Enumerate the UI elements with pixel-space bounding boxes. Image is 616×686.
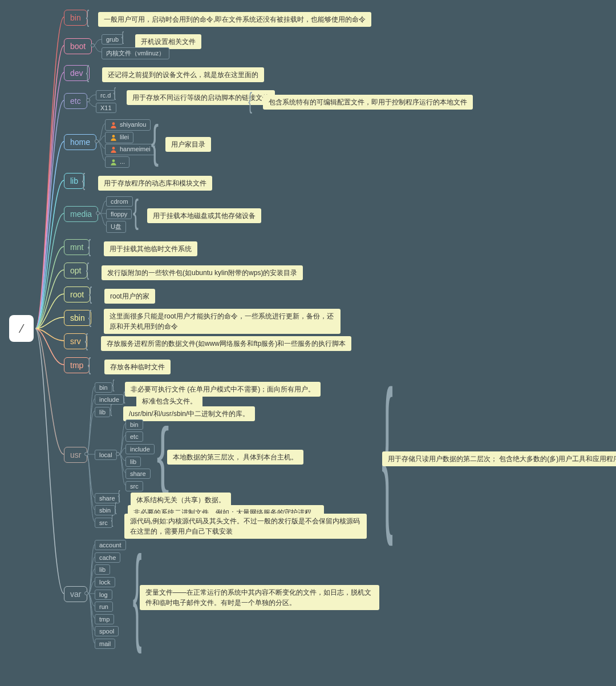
sub-var-spool[interactable]: spool <box>95 626 119 636</box>
desc-mnt: 用于挂载其他临时文件系统 <box>104 241 197 256</box>
brace-icon: { <box>112 377 115 392</box>
brace-icon: { <box>88 236 91 257</box>
user-label: ... <box>120 158 125 165</box>
desc-usr: 用于存储只读用户数据的第二层次； 包含绝大多数的(多)用户工具和应用程序 <box>382 451 616 466</box>
dir-bin[interactable]: bin <box>64 10 87 26</box>
sub-var-log[interactable]: log <box>95 590 112 600</box>
desc-media: 用于挂载本地磁盘或其他存储设备 <box>147 208 261 223</box>
user-icon <box>110 158 117 166</box>
user-label: hanmeimei <box>120 146 151 152</box>
root-node[interactable]: / <box>9 315 34 342</box>
svg-point-2 <box>112 147 115 150</box>
brace-icon: { <box>86 259 89 280</box>
sub-usr-local[interactable]: local <box>95 450 117 460</box>
sub-usr-lib[interactable]: lib <box>95 407 110 417</box>
sub-local-include[interactable]: include <box>125 444 155 454</box>
dir-srv[interactable]: srv <box>64 333 87 349</box>
brace-icon: { <box>133 195 139 229</box>
dir-var[interactable]: var <box>64 586 87 602</box>
expand-dot[interactable] <box>95 139 99 143</box>
user-icon <box>110 146 117 154</box>
user-label: lilei <box>120 134 129 140</box>
desc-bin: 一般用户可用，启动时会用到的命令,即在文件系统还没有被挂载时，也能够使用的命令 <box>98 12 371 27</box>
desc-lib: 用于存放程序的动态库和模块文件 <box>98 176 212 191</box>
sub-boot-kernel[interactable]: 内核文件（vmlinuz） <box>102 47 169 59</box>
desc-opt: 发行版附加的一些软件包(如ubuntu kylin附带的wps)的安装目录 <box>102 265 303 280</box>
brace-icon: { <box>86 6 89 27</box>
sub-home-u3[interactable]: hanmeimei <box>105 144 155 155</box>
sub-var-account[interactable]: account <box>95 540 126 550</box>
sub-var-cache[interactable]: cache <box>95 552 120 563</box>
desc-etc: 包含系统特有的可编辑配置文件，即用于控制程序运行的本地文件 <box>263 95 473 110</box>
sub-var-run[interactable]: run <box>95 602 113 612</box>
dir-tmp[interactable]: tmp <box>64 357 90 373</box>
desc-root: root用户的家 <box>104 289 155 304</box>
expand-dot[interactable] <box>84 591 88 595</box>
sub-media-cdrom[interactable]: cdrom <box>106 196 133 207</box>
dir-home[interactable]: home <box>64 134 96 150</box>
brace-icon: { <box>115 500 117 515</box>
brace-icon: { <box>88 306 91 328</box>
sub-home-u2[interactable]: lilei <box>105 132 133 143</box>
sub-etc-rcd[interactable]: rc.d <box>96 90 115 100</box>
dir-boot[interactable]: boot <box>64 38 92 54</box>
sub-local-etc[interactable]: etc <box>125 431 143 442</box>
expand-dot[interactable] <box>91 43 95 47</box>
desc-sbin: 这里面很多只能是root用户才能执行的命令，一些系统进行更新，备份，还原和开关机… <box>104 309 341 334</box>
dir-lib[interactable]: lib <box>64 173 84 189</box>
brace-icon: { <box>85 330 88 351</box>
dir-etc[interactable]: etc <box>64 93 87 109</box>
brace-icon: { <box>89 283 92 304</box>
dir-root[interactable]: root <box>64 286 90 302</box>
brace-icon: { <box>111 513 114 527</box>
brace-icon: { <box>382 365 393 536</box>
expand-dot[interactable] <box>116 452 120 456</box>
brace-icon: { <box>114 84 116 100</box>
sub-etc-x11[interactable]: X11 <box>96 103 116 113</box>
user-label: shiyanlou <box>120 121 146 128</box>
sub-home-u4[interactable]: ... <box>105 156 129 168</box>
sub-local-bin[interactable]: bin <box>125 419 143 430</box>
sub-local-lib[interactable]: lib <box>125 457 141 467</box>
dir-media[interactable]: media <box>64 206 98 222</box>
brace-icon: { <box>118 488 120 503</box>
dir-opt[interactable]: opt <box>64 263 87 279</box>
desc-etc-rcd: 用于存放不同运行等级的启动脚本的链接文件 <box>127 90 275 105</box>
sub-var-lock[interactable]: lock <box>95 577 115 587</box>
sub-usr-bin[interactable]: bin <box>95 382 112 393</box>
sub-usr-src[interactable]: src <box>95 518 112 528</box>
sub-home-u1[interactable]: shiyanlou <box>105 119 151 131</box>
sub-local-src[interactable]: src <box>125 481 143 491</box>
desc-var: 变量文件——在正常运行的系统中其内容不断变化的文件，如日志，脱机文件和临时电子邮… <box>140 585 379 610</box>
svg-point-3 <box>112 159 115 162</box>
sub-boot-grub[interactable]: grub <box>102 34 123 45</box>
sub-var-mail[interactable]: mail <box>95 639 115 649</box>
brace-icon: { <box>121 29 124 45</box>
expand-dot[interactable] <box>96 211 100 215</box>
user-icon <box>110 121 117 129</box>
desc-usr-src: 源代码,例如:内核源代码及其头文件。不过一般的发行版是不会保留内核源码在这里的，… <box>124 514 367 539</box>
desc-tmp: 存放各种临时文件 <box>104 360 171 374</box>
desc-srv: 存放服务进程所需的数据文件(如www网络服务和ftp服务)和一些服务的执行脚本 <box>101 336 351 351</box>
brace-icon: { <box>82 170 85 191</box>
sub-usr-include[interactable]: include <box>95 394 124 405</box>
user-icon <box>110 134 117 142</box>
sub-media-floppy[interactable]: floppy <box>106 209 132 219</box>
desc-usr-local: 本地数据的第三层次， 具体到本台主机。 <box>167 450 303 465</box>
sub-var-tmp[interactable]: tmp <box>95 614 114 624</box>
brace-icon: { <box>110 402 112 417</box>
dir-usr[interactable]: usr <box>64 447 87 463</box>
brace-icon: { <box>248 88 252 114</box>
expand-dot[interactable] <box>84 452 88 456</box>
svg-point-0 <box>112 122 115 125</box>
sub-var-lib[interactable]: lib <box>95 564 110 575</box>
sub-media-udisk[interactable]: U盘 <box>106 221 126 233</box>
desc-usr-lib: /usr/bin/和/usr/sbin/中二进制文件的库。 <box>123 406 255 421</box>
sub-local-share[interactable]: share <box>125 469 151 479</box>
dir-mnt[interactable]: mnt <box>64 239 90 255</box>
brace-icon: { <box>88 354 91 375</box>
svg-point-1 <box>112 135 115 138</box>
dir-sbin[interactable]: sbin <box>64 310 91 326</box>
desc-home: 用户家目录 <box>165 137 211 152</box>
expand-dot[interactable] <box>86 98 90 102</box>
